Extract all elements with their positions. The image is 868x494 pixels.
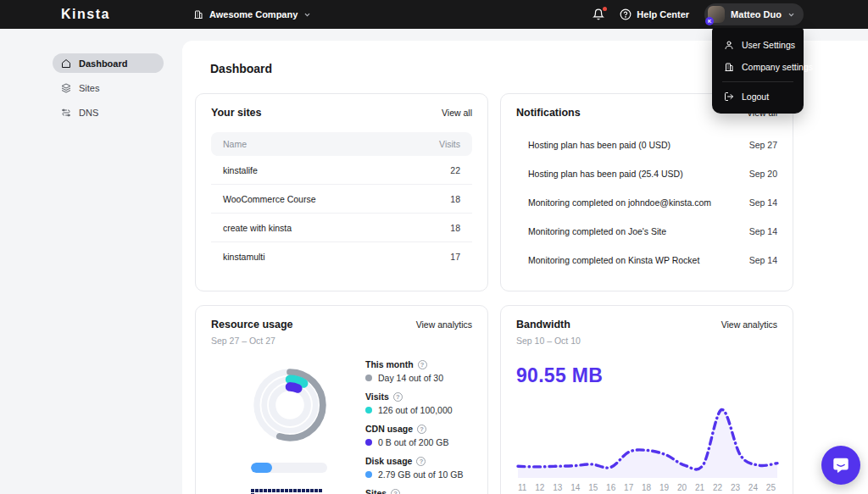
notification-row[interactable]: Monitoring completed on Kinsta WP Rocket… [516, 246, 777, 275]
chevron-down-icon [303, 11, 311, 19]
legend-color-dot [365, 407, 372, 414]
your-sites-view-all-link[interactable]: View all [442, 108, 472, 118]
company-selector[interactable]: Awesome Company [193, 9, 311, 19]
resource-usage-title: Resource usage [211, 319, 293, 330]
column-visits: Visits [439, 139, 460, 149]
notification-row[interactable]: Monitoring completed on johndoe@kinsta.c… [516, 188, 777, 217]
site-name: kinstalife [223, 165, 258, 175]
help-tooltip-icon[interactable]: ? [417, 425, 426, 434]
legend-color-dot [365, 375, 372, 381]
notification-date: Sep 20 [749, 169, 777, 179]
notification-text: Hosting plan has been paid (25.4 USD) [528, 169, 683, 179]
x-tick-label: 12 [535, 483, 544, 492]
notifications-bell-button[interactable] [593, 8, 604, 20]
site-slot-used [302, 489, 305, 492]
bandwidth-view-analytics-link[interactable]: View analytics [721, 319, 777, 330]
notification-text: Monitoring completed on Joe's Site [528, 226, 666, 236]
site-row[interactable]: kinstalife22 [211, 156, 472, 185]
legend-item-cdn-usage: CDN usage?0 B out of 200 GB [365, 424, 472, 447]
notification-date: Sep 14 [749, 226, 777, 236]
legend-value-text: Day 14 out of 30 [378, 373, 443, 383]
x-tick-label: 23 [731, 483, 740, 492]
avatar: K [708, 6, 725, 23]
sidebar: DashboardSitesDNS [0, 29, 182, 494]
topbar: Kinsta Awesome Company Help Center K Mat… [0, 0, 868, 29]
question-circle-icon [620, 8, 632, 20]
menu-item-company-settings[interactable]: Company settings [712, 56, 804, 78]
site-row[interactable]: WooCommerce Course18 [211, 185, 472, 214]
site-visits: 18 [450, 194, 460, 204]
site-name: WooCommerce Course [223, 194, 316, 204]
chat-launcher-button[interactable] [821, 446, 860, 485]
site-slot-used [285, 489, 288, 492]
legend-value-text: 2.79 GB out of 10 GB [378, 469, 463, 480]
user-dropdown-menu: User SettingsCompany settingsLogout [712, 28, 804, 114]
notification-row[interactable]: Hosting plan has been paid (25.4 USD)Sep… [516, 159, 777, 188]
help-tooltip-icon[interactable]: ? [418, 360, 427, 369]
layers-icon [61, 83, 71, 93]
legend-value-text: 126 out of 100,000 [378, 405, 453, 415]
site-slot-used [314, 489, 318, 492]
help-tooltip-icon[interactable]: ? [391, 489, 400, 494]
x-tick-label: 17 [624, 483, 633, 492]
site-slot-used [255, 489, 259, 492]
legend-item-this-month: This month?Day 14 out of 30 [365, 359, 472, 383]
notification-row[interactable]: Hosting plan has been paid (0 USD)Sep 27 [516, 130, 777, 159]
your-sites-card: Your sites View all Name Visits kinstali… [195, 93, 488, 291]
x-tick-label: 14 [570, 483, 580, 492]
site-row[interactable]: create with kinsta18 [211, 214, 472, 242]
disk-usage-bar [251, 463, 327, 473]
help-tooltip-icon[interactable]: ? [393, 392, 403, 402]
x-tick-label: 20 [677, 483, 687, 492]
menu-item-logout[interactable]: Logout [712, 86, 804, 108]
site-slot-used [293, 489, 297, 492]
legend-item-visits: Visits?126 out of 100,000 [365, 391, 472, 415]
your-sites-title: Your sites [211, 107, 262, 119]
x-tick-label: 22 [713, 483, 722, 492]
x-tick-label: 13 [553, 483, 562, 492]
sidebar-item-dns[interactable]: DNS [53, 103, 164, 122]
site-name: kinstamulti [223, 252, 265, 262]
legend-value-text: 0 B out of 200 GB [378, 437, 448, 447]
legend-color-dot [365, 471, 372, 478]
notification-text: Monitoring completed on johndoe@kinsta.c… [528, 197, 711, 208]
site-slot-used [281, 489, 284, 492]
notification-text: Hosting plan has been paid (0 USD) [528, 140, 670, 150]
building-icon [193, 9, 203, 19]
user-menu-button[interactable]: K Matteo Duo [704, 3, 804, 25]
help-center-button[interactable]: Help Center [620, 8, 689, 20]
site-slot-used [306, 489, 309, 492]
help-tooltip-icon[interactable]: ? [416, 457, 426, 466]
site-row[interactable]: kinstamulti17 [211, 242, 472, 271]
site-name: create with kinsta [223, 223, 292, 233]
help-center-label: Help Center [637, 9, 689, 19]
notifications-title: Notifications [516, 107, 581, 119]
x-tick-label: 21 [695, 483, 704, 492]
notification-date: Sep 14 [749, 255, 777, 265]
user-icon [724, 40, 734, 50]
legend-item-sites: Sites?18 out of 20 [365, 488, 472, 494]
sidebar-item-sites[interactable]: Sites [53, 78, 164, 97]
site-slot-used [268, 489, 271, 492]
home-icon [61, 58, 71, 69]
sidebar-item-dashboard[interactable]: Dashboard [53, 53, 164, 73]
site-visits: 18 [450, 223, 460, 233]
notification-date: Sep 14 [749, 197, 777, 208]
site-slot-used [298, 489, 301, 492]
resource-usage-view-analytics-link[interactable]: View analytics [416, 319, 472, 330]
menu-divider [722, 81, 793, 82]
logout-icon [724, 92, 734, 102]
x-tick-label: 15 [588, 483, 598, 492]
menu-item-user-settings[interactable]: User Settings [712, 34, 804, 56]
site-slot-used [289, 489, 292, 492]
notification-row[interactable]: Monitoring completed on Joe's SiteSep 14 [516, 217, 777, 246]
x-tick-label: 11 [518, 483, 526, 492]
avatar-kinsta-badge: K [705, 17, 714, 25]
legend-item-disk-usage: Disk usage?2.79 GB out of 10 GB [365, 456, 472, 480]
kinsta-logo: Kinsta [61, 7, 110, 22]
resource-usage-card: Resource usage View analytics Sep 27 – O… [195, 305, 488, 494]
legend-color-dot [365, 439, 372, 446]
x-tick-label: 19 [659, 483, 669, 492]
building-icon [724, 62, 734, 72]
sites-usage-squares [251, 489, 326, 494]
